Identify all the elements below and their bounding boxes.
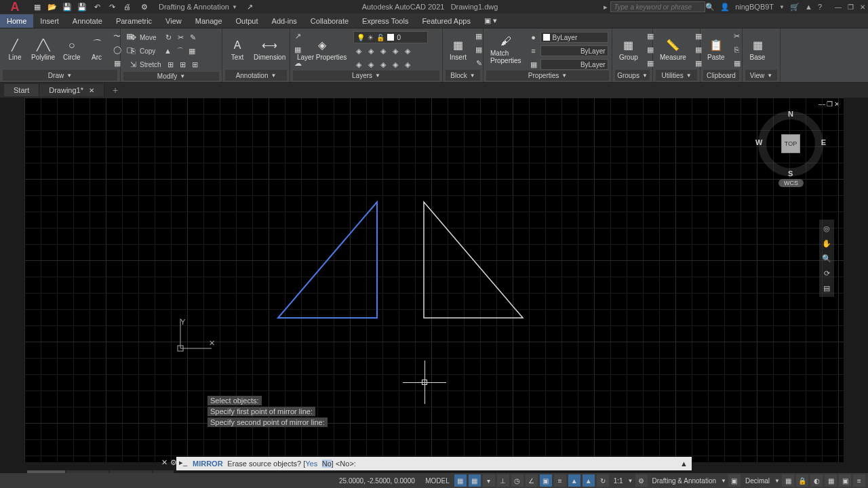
tab-home[interactable]: Home <box>0 14 33 28</box>
arc-button[interactable]: ⌒Arc <box>85 30 109 68</box>
model-paper-toggle[interactable]: MODEL <box>422 477 452 485</box>
tab-output[interactable]: Output <box>229 14 265 28</box>
lwt-toggle[interactable]: ▲ <box>568 474 580 487</box>
cart-icon[interactable]: 🛒 <box>790 3 800 12</box>
polar-toggle[interactable]: ◷ <box>511 474 524 487</box>
group-button[interactable]: ▦Group <box>615 30 642 68</box>
search-icon[interactable]: 🔍 <box>705 3 715 12</box>
anno-monitor-icon[interactable]: ▣ <box>728 474 741 487</box>
units-display[interactable]: Decimal <box>743 477 772 485</box>
wcs-dropdown[interactable]: WCS <box>778 179 804 187</box>
layer-off-icon[interactable]: ◈ <box>353 45 364 56</box>
gear-icon[interactable]: ⚙ <box>138 1 151 13</box>
panel-modify-title[interactable]: Modify <box>157 73 177 80</box>
copy-button[interactable]: ⎘Copy▲⌒▦ <box>125 45 203 57</box>
drawing-canvas[interactable]: — ❐ ✕ ✕ Y X TOP N S W E WCS ◎ ✋ <box>24 98 844 462</box>
cmd-customize-icon[interactable]: ⚙ <box>170 458 177 467</box>
lock-ui-icon[interactable]: 🔒 <box>796 474 808 487</box>
hardware-accel-icon[interactable]: ▦ <box>825 474 837 487</box>
circle-button[interactable]: ○Circle <box>59 30 85 68</box>
apps-icon[interactable]: ▲ <box>805 3 812 11</box>
measure-button[interactable]: 📏Measure <box>656 30 690 68</box>
tab-manage[interactable]: Manage <box>189 14 229 28</box>
layer-combo[interactable]: 💡☀🔓0 <box>353 31 428 43</box>
tab-express[interactable]: Express Tools <box>355 14 415 28</box>
transparency-toggle[interactable]: ▲ <box>583 474 595 487</box>
workspace-dropdown[interactable]: Drafting & Annotation <box>159 3 229 11</box>
panel-properties-title[interactable]: Properties <box>528 72 559 79</box>
cmd-close-icon[interactable]: ✕ <box>161 458 167 467</box>
plot-icon[interactable]: 🖨 <box>121 1 133 13</box>
steering-wheel-icon[interactable]: ◎ <box>821 222 833 235</box>
quick-props-icon[interactable]: ▦ <box>782 474 794 487</box>
color-combo[interactable]: ByLayer <box>540 32 608 43</box>
zoom-icon[interactable]: 🔍 <box>821 252 833 264</box>
panel-utilities-title[interactable]: Utilities <box>661 72 683 79</box>
orbit-icon[interactable]: ⟳ <box>821 267 833 279</box>
osnap-toggle[interactable]: ▣ <box>540 474 552 487</box>
new-icon[interactable]: ▦ <box>31 1 43 13</box>
redo-icon[interactable]: ↷ <box>106 1 118 13</box>
clean-screen-icon[interactable]: ▣ <box>839 474 851 487</box>
move-button[interactable]: ✥Move↻✂✎ <box>125 31 203 43</box>
tab-extra[interactable]: ▣ ▾ <box>477 14 504 28</box>
tab-collaborate[interactable]: Collaborate <box>304 14 355 28</box>
panel-annotation-title[interactable]: Annotation <box>236 72 269 79</box>
tab-parametric[interactable]: Parametric <box>109 14 159 28</box>
line-button[interactable]: ╱Line <box>3 30 27 68</box>
option-yes[interactable]: Yes <box>305 460 317 468</box>
close-tab-icon[interactable]: ✕ <box>89 87 94 94</box>
new-tab-button[interactable]: + <box>104 85 126 96</box>
tab-featured[interactable]: Featured Apps <box>415 14 477 28</box>
saveas-icon[interactable]: 💾 <box>76 1 88 13</box>
minimize-button[interactable]: — <box>833 2 844 12</box>
file-tab-start[interactable]: Start <box>4 84 39 96</box>
tab-annotate[interactable]: Annotate <box>66 14 109 28</box>
open-icon[interactable]: 📂 <box>46 1 58 13</box>
cycling-toggle[interactable]: ↻ <box>597 474 609 487</box>
option-no[interactable]: No <box>322 460 332 468</box>
panel-block-title[interactable]: Block <box>450 72 467 79</box>
restore-button[interactable]: ❐ <box>845 2 856 12</box>
undo-icon[interactable]: ↶ <box>91 1 103 13</box>
workspace-name[interactable]: Drafting & Annotation <box>650 477 719 485</box>
workspace-icon[interactable]: ⚙ <box>635 474 648 487</box>
username[interactable]: ningBQB9T <box>735 3 774 11</box>
snap-toggle[interactable]: ▦ <box>469 474 481 487</box>
snap-menu[interactable]: ▾ <box>483 474 495 487</box>
share-icon[interactable]: ↗ <box>244 1 256 13</box>
otrack-toggle[interactable]: ≡ <box>554 474 566 487</box>
cmd-expand-icon[interactable]: ▲ <box>680 460 688 468</box>
showmotion-icon[interactable]: ▤ <box>821 282 833 294</box>
panel-draw-title[interactable]: Draw <box>48 72 64 79</box>
text-button[interactable]: AText <box>225 30 250 68</box>
anno-scale[interactable]: 1:1 <box>611 477 626 485</box>
viewcube[interactable]: TOP N S W E WCS <box>758 111 823 176</box>
save-icon[interactable]: 💾 <box>61 1 73 13</box>
paste-button[interactable]: 📋Paste <box>703 30 729 68</box>
customize-status-icon[interactable]: ≡ <box>853 474 865 487</box>
grid-toggle[interactable]: ▦ <box>454 474 467 487</box>
isolate-icon[interactable]: ◐ <box>810 474 823 487</box>
polyline-button[interactable]: ╱╲Polyline <box>27 30 59 68</box>
insert-button[interactable]: ▦Insert <box>446 30 471 68</box>
panel-groups-title[interactable]: Groups <box>617 72 639 79</box>
tab-insert[interactable]: Insert <box>33 14 66 28</box>
command-line[interactable]: ✕⚙ ▸_ MIRROR Erase source objects? [Yes … <box>176 457 692 470</box>
user-icon[interactable]: 👤 <box>720 3 730 12</box>
layer-properties-button[interactable]: ◈Layer Properties <box>293 30 351 68</box>
lineweight-combo[interactable]: ByLayer <box>540 45 608 56</box>
tab-view[interactable]: View <box>159 14 189 28</box>
close-button[interactable]: ✕ <box>857 2 868 12</box>
pan-icon[interactable]: ✋ <box>821 237 833 249</box>
file-tab-drawing[interactable]: Drawing1*✕ <box>39 84 104 96</box>
panel-view-title[interactable]: View <box>750 72 765 79</box>
tab-addins[interactable]: Add-ins <box>265 14 304 28</box>
panel-layers-title[interactable]: Layers <box>352 72 372 79</box>
isodraft-toggle[interactable]: ∠ <box>526 474 538 487</box>
ortho-toggle[interactable]: ⊥ <box>497 474 509 487</box>
linetype-combo[interactable]: ByLayer <box>540 59 608 70</box>
base-button[interactable]: ▦Base <box>745 30 770 68</box>
app-logo[interactable]: A <box>5 0 24 14</box>
stretch-button[interactable]: ⇲Stretch⊞⊞⊞ <box>125 58 203 70</box>
